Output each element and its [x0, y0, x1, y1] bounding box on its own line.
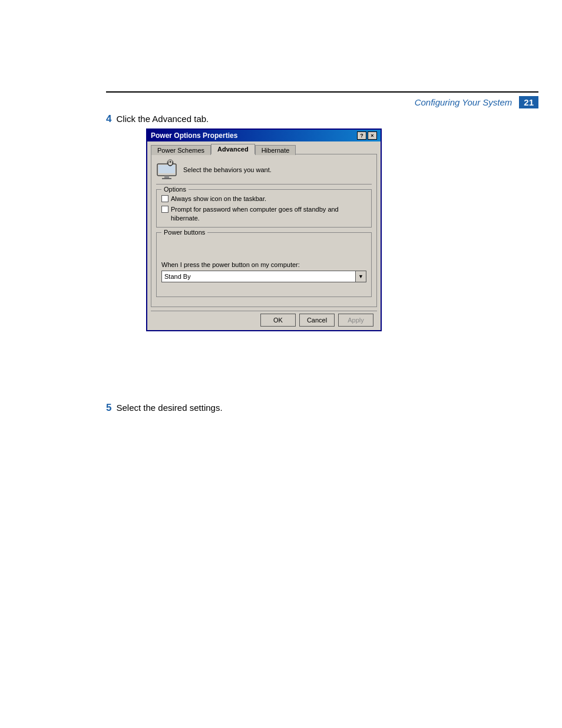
options-group: Options Always show icon on the taskbar.…	[156, 189, 372, 228]
power-buttons-group: Power buttons When I press the power but…	[156, 232, 372, 297]
prompt-password-label: Prompt for password when computer goes o…	[171, 205, 366, 222]
dialog-description: Select the behaviors you want.	[183, 166, 272, 173]
step-5-text: Select the desired settings.	[116, 403, 222, 413]
dialog-title: Power Options Properties	[151, 131, 237, 140]
power-options-dialog: Power Options Properties ? × Power Schem…	[146, 129, 382, 331]
cancel-button[interactable]: Cancel	[299, 314, 335, 327]
tab-power-schemes-label: Power Schemes	[157, 147, 204, 154]
step-4-number: 4	[106, 113, 111, 125]
step-5: 5 Select the desired settings.	[106, 402, 223, 414]
ok-button[interactable]: OK	[260, 314, 296, 327]
power-button-description: When I press the power button on my comp…	[161, 261, 366, 268]
prompt-password-checkbox[interactable]	[161, 206, 168, 213]
always-show-icon-label: Always show icon on the taskbar.	[171, 195, 266, 203]
standby-select-wrapper: Stand By Hibernate Shut down ▼	[161, 271, 366, 282]
dialog-action-buttons: OK Cancel Apply	[151, 311, 377, 330]
always-show-icon-checkbox[interactable]	[161, 195, 168, 202]
tab-advanced-label: Advanced	[217, 146, 249, 153]
power-icon	[156, 159, 177, 180]
step-4-text: Click the Advanced tab.	[116, 114, 209, 124]
svg-rect-2	[158, 165, 175, 173]
header-title: Configuring Your System	[106, 97, 519, 107]
help-button[interactable]: ?	[357, 131, 366, 140]
tab-power-schemes[interactable]: Power Schemes	[151, 145, 211, 155]
tab-advanced[interactable]: Advanced	[211, 144, 255, 154]
header-bar: Configuring Your System 21	[106, 91, 538, 108]
page-number: 21	[519, 96, 538, 108]
dialog-content: Select the behaviors you want. Options A…	[151, 154, 377, 307]
checkbox-row-2: Prompt for password when computer goes o…	[161, 205, 366, 222]
dialog-tabs: Power Schemes Advanced Hibernate	[147, 141, 381, 154]
step-5-number: 5	[106, 402, 111, 414]
select-dropdown-arrow: ▼	[356, 271, 366, 282]
svg-rect-4	[162, 178, 171, 179]
tab-hibernate[interactable]: Hibernate	[255, 145, 296, 155]
svg-rect-3	[164, 176, 169, 178]
close-button[interactable]: ×	[368, 131, 377, 140]
tab-hibernate-label: Hibernate	[262, 147, 290, 154]
dialog-titlebar: Power Options Properties ? ×	[147, 130, 381, 141]
power-buttons-group-label: Power buttons	[161, 229, 207, 236]
checkbox-row-1: Always show icon on the taskbar.	[161, 195, 366, 203]
icon-desc-row: Select the behaviors you want.	[156, 159, 372, 185]
apply-button[interactable]: Apply	[338, 314, 373, 327]
standby-select[interactable]: Stand By Hibernate Shut down	[161, 271, 356, 282]
options-group-label: Options	[161, 186, 189, 193]
step-4: 4 Click the Advanced tab.	[106, 113, 209, 125]
dialog-title-buttons: ? ×	[357, 131, 377, 140]
